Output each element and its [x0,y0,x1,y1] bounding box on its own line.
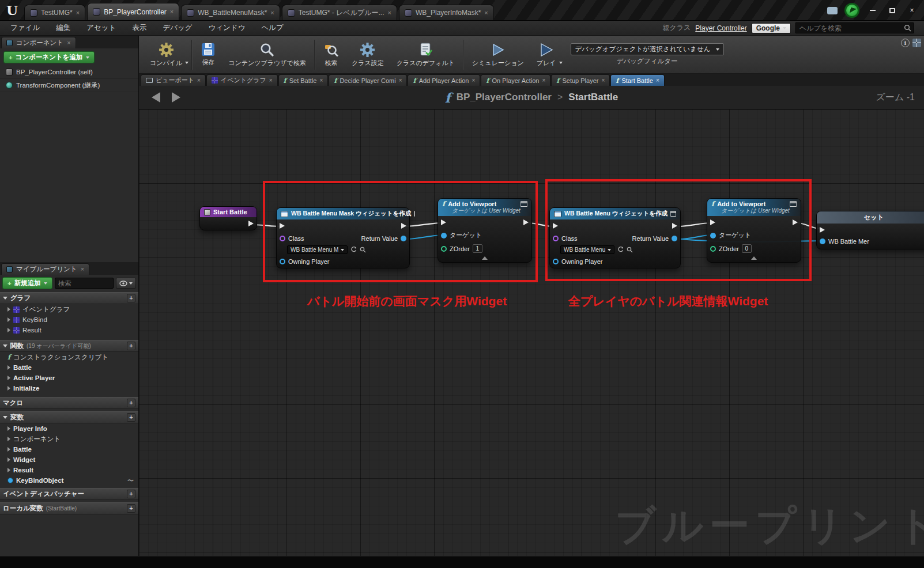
variable-category-player-info[interactable]: Player Info [0,423,138,434]
value-in-pin[interactable] [820,238,825,244]
class-defaults-button[interactable]: クラスのデフォルト [390,37,461,72]
menu-view[interactable]: 表示 [132,23,146,33]
node-start-battle[interactable]: Start Battle [199,206,257,230]
recorder-overlay-icon[interactable] [844,3,859,18]
add-variable-button[interactable]: + [127,413,135,422]
help-search-input[interactable] [795,22,914,33]
my-blueprint-search-input[interactable] [55,278,114,289]
variable-category-battle[interactable]: Battle [0,444,138,455]
function-category-active-player[interactable]: Active Player [0,373,138,383]
close-icon[interactable]: × [542,77,545,84]
exec-out-pin[interactable] [523,219,529,225]
visibility-filter-button[interactable] [116,278,136,289]
exec-in-pin[interactable] [441,219,446,225]
app-tab-wb-playerinfomask[interactable]: WB_PlayerInfoMask* × [399,5,494,20]
app-tab-wb-battlemenumask[interactable]: WB_BattleMenuMask* × [181,5,280,20]
add-dispatcher-button[interactable]: + [127,490,135,498]
collapse-icon[interactable] [482,256,488,260]
exec-in-pin[interactable] [553,223,558,229]
reset-icon[interactable] [350,247,357,253]
node-set-variable[interactable]: セット WB Battle Mer [816,211,924,249]
close-icon[interactable]: × [399,77,402,84]
section-header-graphs[interactable]: グラフ + [0,292,138,304]
info-icon[interactable]: i [901,39,910,47]
close-icon[interactable]: × [388,10,391,16]
tab-components-panel[interactable]: コンポーネント × [1,37,76,48]
save-button[interactable]: 保存 [194,37,222,72]
breadcrumb-owner[interactable]: BP_PlayerController [457,92,552,103]
play-button[interactable]: プレイ [530,37,563,72]
compile-button[interactable]: コンパイル [144,37,188,72]
window-minimize-button[interactable] [866,6,879,15]
expander-icon[interactable] [7,386,10,391]
expander-icon[interactable] [7,426,10,431]
close-icon[interactable]: × [319,77,323,84]
menu-edit[interactable]: 編集 [56,23,70,33]
exec-in-pin[interactable] [280,223,285,229]
variable-category-result[interactable]: Result [0,465,138,475]
node-create-widget-battle-menu[interactable]: WB Battle Menu ウィジェットを作成 Class Return Va… [549,207,681,268]
class-pin[interactable] [553,236,559,241]
zorder-value-input[interactable]: 0 [742,244,752,253]
return-value-pin[interactable] [401,236,406,241]
tab-my-blueprint-panel[interactable]: マイブループリント × [1,263,89,275]
reset-icon[interactable] [617,247,624,253]
function-category-battle[interactable]: Battle [0,362,138,373]
close-icon[interactable]: × [270,10,274,16]
exec-out-pin[interactable] [401,223,406,229]
close-icon[interactable]: × [269,77,273,84]
debug-object-dropdown[interactable]: デバッグオブジェクトが選択されていません [571,43,724,55]
section-header-macros[interactable]: マクロ + [0,397,138,409]
expander-icon[interactable] [7,376,10,380]
find-in-content-browser-button[interactable]: コンテンツブラウザで検索 [222,37,312,72]
variable-category-components[interactable]: コンポーネント [0,434,138,444]
menu-file[interactable]: ファイル [10,23,40,33]
target-pin[interactable] [441,233,447,238]
exec-in-pin[interactable] [710,219,715,225]
app-tab-testumg[interactable]: TestUMG* × [24,5,85,20]
close-icon[interactable]: × [67,40,70,46]
target-pin[interactable] [710,233,716,238]
section-header-functions[interactable]: 関数 (19 オーバーライド可能) + [0,340,138,352]
function-category-initialize[interactable]: Initialize [0,383,138,393]
close-icon[interactable]: × [484,10,488,16]
add-function-button[interactable]: + [127,342,135,350]
simulate-button[interactable]: シミュレーション [466,37,530,72]
browse-icon[interactable] [627,247,633,253]
expander-icon[interactable] [7,468,10,472]
exec-out-pin[interactable] [672,223,677,229]
search-button[interactable]: 検索 [317,37,345,72]
expander-icon[interactable] [7,447,10,452]
expander-icon[interactable] [7,365,10,370]
component-row-transform[interactable]: TransformComponent (継承) [0,79,138,92]
section-header-variables[interactable]: 変数 + [0,411,138,423]
component-row-self[interactable]: BP_PlayerController (self) [0,66,138,79]
tab-start-battle[interactable]: f Start Battle × [610,74,664,86]
node-add-to-viewport-1[interactable]: f Add to Viewport ターゲットは User Widget ターゲ… [438,198,532,263]
tab-on-player-action[interactable]: f On Player Action × [481,74,550,86]
section-header-local-variables[interactable]: ローカル変数 (StartBattle) + [0,502,138,514]
close-icon[interactable]: × [81,266,84,272]
tab-viewport[interactable]: ビューポート × [141,74,206,86]
class-settings-button[interactable]: クラス設定 [345,37,390,72]
owning-player-pin[interactable] [280,259,285,264]
node-create-widget-battle-menu-mask[interactable]: WB Battle Menu Mask ウィジェットを作成 Class Retu… [276,207,410,268]
tab-set-battle[interactable]: f Set Battle × [278,74,329,86]
play-options-chevron-icon[interactable] [559,62,563,64]
expander-icon[interactable] [7,328,10,332]
variable-category-widget[interactable]: Widget [0,455,138,465]
zorder-pin[interactable] [710,246,716,252]
chat-bubble-icon[interactable] [827,7,838,14]
google-search-toggle[interactable]: Google [752,23,791,33]
graph-item-result[interactable]: Result [0,325,138,335]
layout-grid-icon[interactable] [912,39,921,47]
tab-setup-player[interactable]: f Setup Player × [551,74,610,86]
close-icon[interactable]: × [472,77,475,84]
function-item-construction-script[interactable]: f コンストラクションスクリプト [0,352,138,362]
window-maximize-button[interactable] [886,6,899,15]
owning-player-pin[interactable] [553,259,559,264]
add-local-variable-button[interactable]: + [127,504,135,513]
add-new-button[interactable]: + 新規追加 [2,277,52,289]
add-macro-button[interactable]: + [127,399,135,407]
tab-add-player-action[interactable]: f Add Player Action × [408,74,480,86]
